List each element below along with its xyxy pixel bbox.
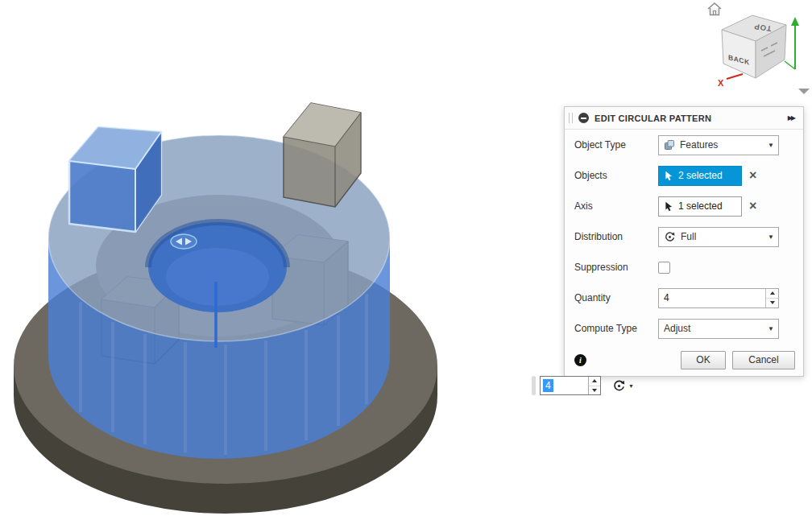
- row-objects: Objects 2 selected: [565, 160, 803, 191]
- axis-label: Axis: [574, 200, 658, 212]
- dialog-footer: OK Cancel: [565, 344, 803, 376]
- object-type-select[interactable]: Features: [658, 135, 779, 155]
- suppression-checkbox[interactable]: [658, 262, 670, 274]
- row-axis: Axis 1 selected: [565, 191, 803, 221]
- row-object-type: Object Type Features: [565, 130, 803, 160]
- objects-label: Objects: [574, 170, 658, 181]
- quantity-input[interactable]: [659, 289, 765, 307]
- features-icon: [664, 139, 675, 151]
- rotate-manipulator[interactable]: [171, 234, 197, 249]
- row-distribution: Distribution Full: [565, 221, 803, 252]
- mini-quantity-input[interactable]: 4: [540, 376, 601, 395]
- mini-decrement-icon[interactable]: [589, 386, 600, 395]
- quantity-stepper: [658, 288, 779, 308]
- full-distribution-icon: [664, 231, 676, 243]
- y-axis-arrow: [785, 17, 799, 69]
- edit-circular-pattern-dialog: EDIT CIRCULAR PATTERN Object Type Featur…: [564, 106, 804, 377]
- dialog-title: EDIT CIRCULAR PATTERN: [594, 113, 782, 123]
- home-icon[interactable]: [708, 3, 721, 15]
- rotate-angle-icon[interactable]: [612, 379, 626, 393]
- row-compute-type: Compute Type Adjust: [565, 313, 803, 344]
- cursor-icon: [665, 171, 673, 181]
- dialog-header[interactable]: EDIT CIRCULAR PATTERN: [565, 107, 803, 130]
- chevron-down-icon: [768, 142, 774, 149]
- axis-selection-button[interactable]: 1 selected: [658, 196, 742, 217]
- distribution-select[interactable]: Full: [658, 227, 779, 247]
- x-axis-line: [727, 74, 743, 79]
- compute-type-label: Compute Type: [574, 323, 658, 334]
- mini-increment-icon[interactable]: [589, 377, 600, 386]
- info-icon[interactable]: [574, 354, 586, 366]
- distribution-label: Distribution: [574, 231, 658, 242]
- x-axis-label: X: [718, 78, 724, 88]
- axis-selection-count: 1 selected: [678, 200, 723, 212]
- collapse-dialog-icon[interactable]: [578, 113, 589, 123]
- clear-axis-icon[interactable]: [749, 200, 756, 213]
- dialog-grip[interactable]: [569, 113, 573, 123]
- object-type-value: Features: [680, 139, 763, 151]
- clear-objects-icon[interactable]: [749, 169, 756, 182]
- model-canvas[interactable]: [0, 0, 532, 520]
- row-quantity: Quantity: [565, 283, 803, 313]
- objects-selection-button[interactable]: 2 selected: [658, 166, 742, 186]
- chevron-down-icon: [768, 325, 774, 332]
- viewcube[interactable]: TOP BACK X: [698, 0, 812, 101]
- cursor-icon: [665, 201, 673, 212]
- quantity-label: Quantity: [574, 292, 658, 303]
- quantity-decrement-icon[interactable]: [766, 299, 778, 307]
- objects-selection-count: 2 selected: [678, 170, 723, 181]
- distribution-value: Full: [681, 231, 763, 242]
- compute-type-value: Adjust: [664, 323, 763, 334]
- fusion-app-window: TOP BACK X EDIT CIRCULAR PATTERN Object …: [0, 0, 812, 520]
- mini-editor-grip[interactable]: [532, 376, 536, 395]
- chevron-down-icon: [768, 233, 774, 241]
- feature-tab-selected[interactable]: [69, 127, 161, 232]
- object-type-label: Object Type: [574, 139, 658, 151]
- suppression-label: Suppression: [574, 262, 658, 273]
- expand-dialog-icon[interactable]: [788, 114, 796, 122]
- mini-quantity-value[interactable]: 4: [543, 379, 553, 392]
- model-center-hole[interactable]: [148, 222, 287, 312]
- quantity-mini-editor: 4: [532, 376, 634, 395]
- quantity-increment-icon[interactable]: [766, 289, 778, 299]
- viewcube-menu-icon[interactable]: [798, 89, 810, 94]
- ok-button[interactable]: OK: [681, 351, 726, 369]
- model-viewport[interactable]: [0, 0, 532, 520]
- compute-type-select[interactable]: Adjust: [658, 319, 779, 339]
- cancel-button[interactable]: Cancel: [732, 351, 795, 369]
- chevron-down-icon[interactable]: [628, 383, 634, 389]
- row-suppression: Suppression: [565, 252, 803, 283]
